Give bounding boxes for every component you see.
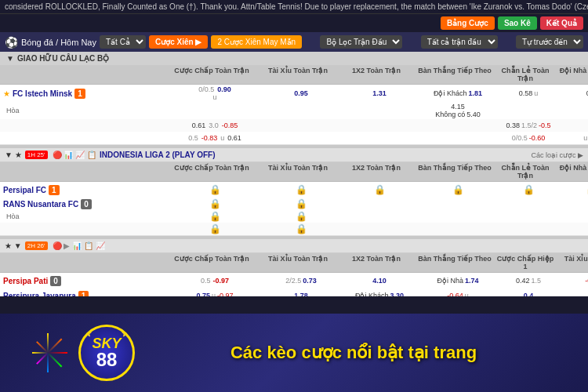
lock-icon-2j: 🔒	[262, 211, 340, 222]
col2-h-cuoc-chap: Cược Chấp Toàn Trận	[165, 162, 259, 181]
league-header-2: ▼ ★ 1H 25' 🔴 📊 📈 📋 INDONESIA LIGA 2 (PLA…	[0, 148, 588, 162]
m3-r1-a5[interactable]: 4.10	[372, 277, 387, 285]
expand-icon[interactable]: ▼	[6, 54, 14, 63]
odds-r1-h1[interactable]: 0/0.5	[198, 85, 214, 93]
col-h-ban-thang: Bàn Thắng Tiếp Theo	[416, 65, 494, 84]
giao-huu-header: ▼ GIAO HỮU CÂU LẠC BỘ	[0, 52, 588, 65]
ticker-bar: considered ROLLOCKLED, Finally Counted a…	[0, 0, 588, 14]
lock-icon-2k: 🔒	[168, 223, 262, 234]
odds-chan-le-1: 0.58 u	[497, 89, 560, 97]
filter-tat-ca-tran[interactable]: Tất cả trận đầu	[421, 35, 498, 49]
col3-h-tai-xiu-h1: Tài Xỉu Hiệp 1	[557, 253, 588, 272]
odds-r3-h4[interactable]: -0.85	[222, 122, 238, 129]
filter-tran-dau[interactable]: Bộ Lọc Trận Đầu	[320, 35, 402, 49]
team-home-col-1: ★ FC Istech Minsk 1	[3, 89, 168, 99]
filter-all-select[interactable]: Tất Cả	[100, 35, 146, 49]
logo-88: 88	[96, 350, 118, 369]
col-h-doi-nha: Đội Nhà - Tài/Xỉu	[557, 65, 588, 84]
lock-icon-2a: 🔒	[168, 184, 262, 195]
team-home-name-2[interactable]: Persipal FC	[3, 186, 46, 194]
team-away-name-3[interactable]: Persipura Jayapura	[3, 292, 76, 297]
lock-icon-2l: 🔒	[262, 223, 340, 234]
m3-r1-a10[interactable]: -0.6	[585, 277, 588, 285]
draw-label-1: Hòa	[3, 107, 168, 114]
odds3-chap-h1-r2: -0.64 u	[419, 292, 497, 296]
lock-icon-2b: 🔒	[262, 184, 340, 195]
match-row-extra-1: Hòa 4.15 Không có 5.40	[0, 102, 588, 119]
m3-r2-a7[interactable]: 3.30	[390, 292, 405, 296]
filter-tu-truoc[interactable]: Tự trước đến	[516, 35, 583, 49]
expand-icon-2[interactable]: ▼ ★	[5, 151, 22, 159]
league-header-3: ★ ▼ 2H 26' 🔴 ▶ 📊 📋 📈	[0, 239, 588, 253]
odds-r1-h2[interactable]: 0.90	[217, 85, 231, 93]
odds-r4-chap: 0.5 -0.83 u 0.61	[168, 134, 262, 142]
odds3-ban-thang-r2: Đội Khách 3.30	[340, 292, 419, 296]
tab-cuoc-xien[interactable]: Cược Xiên ▶	[149, 35, 208, 49]
odds-r3-h2[interactable]: 0.61	[192, 122, 206, 129]
odds-r4-h2[interactable]: -0.83	[201, 134, 218, 142]
m3-r2-a2[interactable]: 0.75	[196, 292, 210, 296]
m3-r1-a8[interactable]: 0.42	[516, 277, 530, 285]
col3-h-cuoc-chap: Cược Chấp Toàn Trận	[165, 253, 259, 272]
team-home-name-3[interactable]: Persipa Pati	[3, 277, 48, 285]
m3-r1-a4[interactable]: 0.73	[303, 277, 317, 285]
odds-r1-h8[interactable]: 0.58	[519, 89, 533, 97]
ket-qua-button[interactable]: Kết Quả	[540, 16, 583, 30]
more-markets-2[interactable]: Các loại cược ▶	[531, 151, 583, 159]
col-headers-1: Cược Chấp Toàn Trận Tài Xỉu Toàn Trận 1X…	[0, 65, 588, 85]
m3-r2-a8[interactable]: -0.64	[447, 292, 463, 296]
odds-1x2-1: 1.31	[340, 89, 419, 97]
match-block-1: ★ FC Istech Minsk 1 0/0.5 0.90 u 0.95	[0, 85, 588, 145]
m3-r2-a4[interactable]: -0.97	[217, 292, 234, 296]
odds-r4-h9[interactable]: -0.60	[529, 134, 546, 142]
m3-r1-a1: 0.5	[201, 277, 211, 285]
team-home-name-1[interactable]: FC Istech Minsk	[13, 89, 72, 98]
odds-r2-h5[interactable]: 4.15	[451, 103, 465, 111]
sao-ke-button[interactable]: Sao Kê	[498, 16, 537, 30]
odds-r3-chap: 0.61 3.0 -0.85	[168, 122, 262, 129]
lock-icon-2c: 🔒	[340, 184, 419, 195]
score-home-3: 0	[50, 276, 61, 286]
odds-r4-h10: u	[583, 134, 587, 142]
col-h-tai-xiu: Tài Xỉu Toàn Trận	[259, 65, 337, 84]
col3-h-cuoc-chap-h1: Cược Chấp Hiệp 1	[494, 253, 557, 272]
col3-h-tai-xiu: Tài Xỉu Toàn Trận	[259, 253, 337, 272]
team-away-name-2[interactable]: RANS Nusantara FC	[3, 200, 78, 209]
m3-r2-a3: u	[212, 292, 216, 296]
tab-cuoc-xien-may-man[interactable]: 2 Cược Xiên May Mắn	[211, 35, 302, 49]
odds-r3-h10[interactable]: -0.5	[539, 122, 551, 129]
giao-huu-label: GIAO HỮU CÂU LẠC BỘ	[17, 54, 109, 63]
lock-icon-2g: 🔒	[168, 198, 262, 209]
col3-h-team	[0, 253, 165, 272]
match-block-3: Persipa Pati 0 0.5 -0.97 2/2.5 0.73	[0, 273, 588, 296]
odds-ban-thang-1: Đội Khách 1.81	[419, 89, 497, 97]
odds3-taixiu-h1-r1: -0.6	[560, 277, 588, 285]
match-row-away-2: RANS Nusantara FC 0 🔒 🔒	[0, 198, 588, 210]
odds-r4-right: 0/0.5 -0.60	[497, 134, 560, 142]
team-home-col-3: Persipa Pati 0	[3, 276, 168, 286]
score-away-2: 0	[81, 199, 92, 209]
m3-r2-a5[interactable]: 1.78	[294, 292, 308, 296]
odds-chap-1: 0/0.5 0.90 u	[168, 85, 262, 101]
m3-r1-a7[interactable]: 1.74	[465, 277, 479, 285]
odds-r2-h7[interactable]: 5.40	[466, 111, 481, 118]
odds-r4-last: u 0.2	[560, 134, 588, 142]
odds-r4-h4[interactable]: 0.61	[227, 134, 241, 142]
match-area: Cược Chấp Toàn Trận Tài Xỉu Toàn Trận 1X…	[0, 65, 588, 296]
m3-r1-a2[interactable]: -0.97	[213, 277, 230, 285]
odds-r1-h4[interactable]: 0.95	[294, 89, 308, 97]
expand-icon-3[interactable]: ★ ▼	[5, 241, 22, 250]
favorite-icon-1[interactable]: ★	[3, 89, 10, 98]
odds-r1-h7[interactable]: 1.81	[469, 89, 483, 97]
odds3-taixiu-r1: 2/2.5 0.73	[262, 277, 340, 285]
col3-h-ban-thang: Bàn Thắng Tiếp Theo	[416, 253, 494, 272]
m3-r2-a10[interactable]: 0.4	[524, 292, 534, 296]
odds-r3-h8[interactable]: 0.38	[506, 122, 520, 129]
col2-h-1x2: 1X2 Toàn Trận	[337, 162, 416, 181]
icons-row-2: 🔴 📊 📈 📋	[53, 151, 96, 159]
bang-cuoc-button[interactable]: Bảng Cược	[441, 16, 495, 30]
league-name-2: INDONESIA LIGA 2 (PLAY OFF)	[100, 151, 216, 159]
lock-icon-2h: 🔒	[262, 198, 340, 209]
lock-icon-2f: 🔒	[560, 184, 588, 195]
odds-r1-h5[interactable]: 1.31	[372, 89, 387, 97]
